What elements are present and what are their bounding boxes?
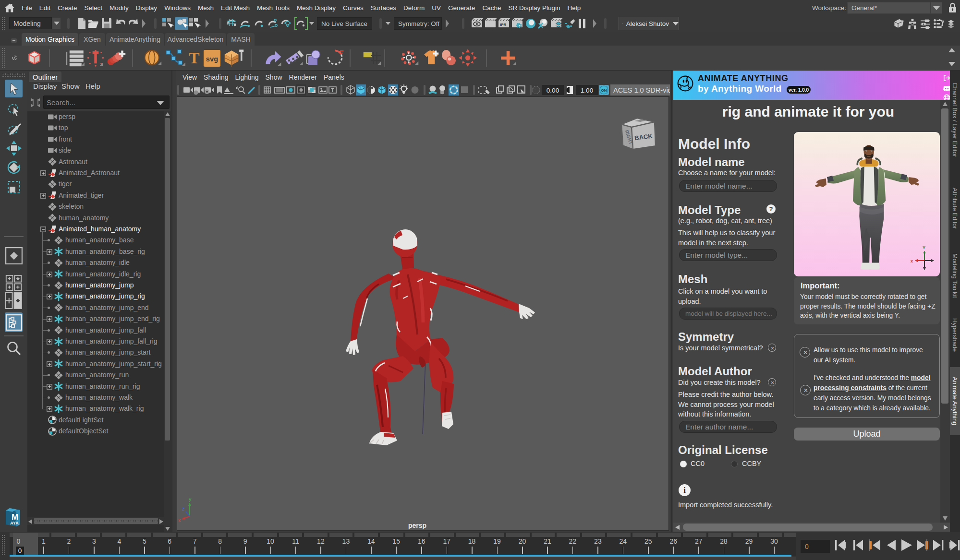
svg-text:0.00: 0.00 [547, 87, 559, 94]
svg-text:y: y [189, 496, 192, 502]
svg-text:ACES 1.0 SDR-video (: ACES 1.0 SDR-video ( [613, 86, 670, 94]
svg-text:1.00: 1.00 [581, 87, 593, 94]
svg-text:svg: svg [206, 55, 218, 63]
svg-text:T: T [331, 88, 334, 93]
svg-text:Y: Y [923, 245, 925, 250]
svg-text:ON: ON [601, 88, 607, 93]
svg-text:x: x [178, 517, 181, 523]
svg-text:AYA: AYA [10, 521, 19, 525]
svg-text:persp: persp [408, 522, 426, 529]
svg-text:IPR: IPR [500, 23, 507, 27]
svg-text:x: x [911, 259, 913, 263]
svg-text:z: z [182, 506, 185, 512]
svg-text:T: T [189, 49, 199, 67]
